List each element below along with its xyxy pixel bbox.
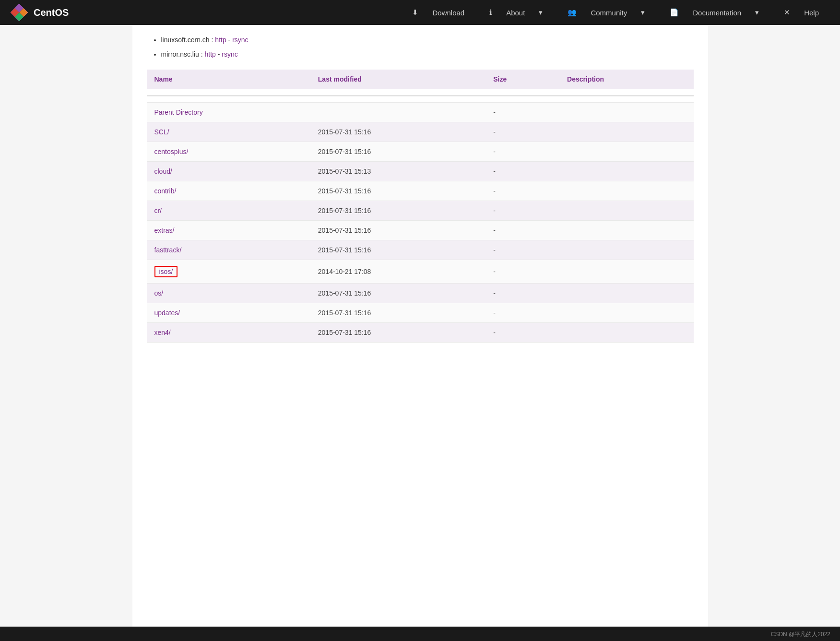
dir-entry-name: os/ (147, 283, 310, 303)
isos-dir-link[interactable]: isos/ (159, 268, 173, 275)
table-body: Parent Directory-SCL/2015-07-31 15:16-ce… (147, 89, 694, 342)
table-row: cloud/2015-07-31 15:13- (147, 161, 694, 181)
dir-entry-modified: 2015-07-31 15:13 (310, 161, 485, 181)
dir-entry-name: cr/ (147, 201, 310, 220)
dir-entry-modified: 2015-07-31 15:16 (310, 122, 485, 142)
table-row: Parent Directory- (147, 102, 694, 122)
mirror-item: mirror.nsc.liu : http - rsync (161, 49, 694, 59)
dir-entry-description (559, 201, 693, 220)
mirror-list: linuxsoft.cern.ch : http - rsync mirror.… (147, 35, 694, 60)
dir-link[interactable]: centosplus/ (154, 148, 189, 155)
dir-entry-modified: 2015-07-31 15:16 (310, 240, 485, 260)
dir-entry-name: isos/ (147, 260, 310, 283)
download-icon: ⬇ (406, 5, 424, 20)
nav-community[interactable]: 👥 Community ▾ (556, 2, 656, 23)
about-dropdown-icon: ▾ (533, 5, 548, 20)
table-row: SCL/2015-07-31 15:16- (147, 122, 694, 142)
dir-link[interactable]: cloud/ (154, 167, 172, 175)
dir-link[interactable]: os/ (154, 289, 164, 297)
dir-entry-modified: 2015-07-31 15:16 (310, 201, 485, 220)
dir-entry-modified: 2015-07-31 15:16 (310, 303, 485, 322)
dir-link[interactable]: extras/ (154, 226, 175, 234)
dir-entry-description (559, 240, 693, 260)
nav-about[interactable]: ℹ About ▾ (478, 2, 554, 23)
directory-table: Name Last modified Size Description Pare… (147, 70, 694, 343)
nav-links: ⬇ Download ℹ About ▾ 👥 Community ▾ 📄 Doc… (401, 2, 830, 23)
mirror-2-http[interactable]: http (205, 50, 216, 58)
dir-link[interactable]: fasttrack/ (154, 246, 182, 254)
dir-link[interactable]: updates/ (154, 309, 180, 317)
dir-entry-name: xen4/ (147, 322, 310, 342)
parent-dir-link[interactable]: Parent Directory (154, 108, 203, 116)
mirror-item: linuxsoft.cern.ch : http - rsync (161, 35, 694, 45)
dir-entry-name: cloud/ (147, 161, 310, 181)
dir-entry-name: updates/ (147, 303, 310, 322)
dir-entry-size: - (485, 260, 559, 283)
community-dropdown-icon: ▾ (635, 5, 651, 20)
navbar: CentOS ⬇ Download ℹ About ▾ 👥 Community … (0, 0, 840, 25)
table-row: fasttrack/2015-07-31 15:16- (147, 240, 694, 260)
dir-link[interactable]: contrib/ (154, 187, 177, 195)
dir-entry-modified: 2015-07-31 15:16 (310, 142, 485, 161)
dir-entry-modified: 2014-10-21 17:08 (310, 260, 485, 283)
mirror-1-http[interactable]: http (215, 36, 226, 44)
dir-entry-name: contrib/ (147, 181, 310, 201)
dir-entry-name: SCL/ (147, 122, 310, 142)
col-header-modified: Last modified (310, 70, 485, 89)
dir-entry-modified: 2015-07-31 15:16 (310, 220, 485, 240)
dir-entry-description (559, 161, 693, 181)
nav-help[interactable]: ✕ Help (772, 2, 830, 23)
table-row: cr/2015-07-31 15:16- (147, 201, 694, 220)
dir-entry-name: extras/ (147, 220, 310, 240)
nav-documentation[interactable]: 📄 Documentation ▾ (658, 2, 770, 23)
dir-entry-description (559, 102, 693, 122)
dir-entry-modified (310, 102, 485, 122)
mirror-1-rsync[interactable]: rsync (232, 36, 248, 44)
dir-entry-size: - (485, 142, 559, 161)
dir-entry-name: fasttrack/ (147, 240, 310, 260)
table-row: updates/2015-07-31 15:16- (147, 303, 694, 322)
dir-entry-size: - (485, 283, 559, 303)
centos-logo (10, 3, 29, 22)
dir-entry-size: - (485, 220, 559, 240)
spacer-row-2 (147, 96, 694, 102)
dir-entry-size: - (485, 303, 559, 322)
dir-entry-size: - (485, 240, 559, 260)
dir-entry-name: centosplus/ (147, 142, 310, 161)
dir-link[interactable]: cr/ (154, 207, 162, 214)
table-row: os/2015-07-31 15:16- (147, 283, 694, 303)
dir-entry-size: - (485, 122, 559, 142)
dir-entry-size: - (485, 102, 559, 122)
dir-entry-size: - (485, 181, 559, 201)
dir-entry-description (559, 142, 693, 161)
col-header-name: Name (147, 70, 310, 89)
table-row: centosplus/2015-07-31 15:16- (147, 142, 694, 161)
table-row: extras/2015-07-31 15:16- (147, 220, 694, 240)
dir-entry-size: - (485, 322, 559, 342)
dir-entry-size: - (485, 161, 559, 181)
mirror-host-2: mirror.nsc.liu (161, 50, 199, 58)
brand-name: CentOS (34, 7, 69, 18)
dir-entry-description (559, 181, 693, 201)
nav-download[interactable]: ⬇ Download (401, 2, 476, 23)
docs-icon: 📄 (664, 5, 685, 20)
dir-entry-description (559, 322, 693, 342)
table-header: Name Last modified Size Description (147, 70, 694, 89)
table-row: isos/2014-10-21 17:08- (147, 260, 694, 283)
dir-entry-modified: 2015-07-31 15:16 (310, 283, 485, 303)
dir-link[interactable]: SCL/ (154, 128, 169, 136)
dir-entry-description (559, 260, 693, 283)
dir-entry-name: Parent Directory (147, 102, 310, 122)
info-icon: ℹ (484, 5, 498, 20)
mirror-2-rsync[interactable]: rsync (222, 50, 237, 58)
dir-entry-description (559, 220, 693, 240)
dir-entry-description (559, 283, 693, 303)
dir-link[interactable]: xen4/ (154, 329, 171, 336)
community-icon: 👥 (562, 5, 582, 20)
brand-link[interactable]: CentOS (10, 3, 69, 22)
docs-dropdown-icon: ▾ (749, 5, 765, 20)
help-icon: ✕ (778, 5, 796, 20)
table-row: xen4/2015-07-31 15:16- (147, 322, 694, 342)
page-content: linuxsoft.cern.ch : http - rsync mirror.… (132, 25, 708, 627)
col-header-size: Size (485, 70, 559, 89)
